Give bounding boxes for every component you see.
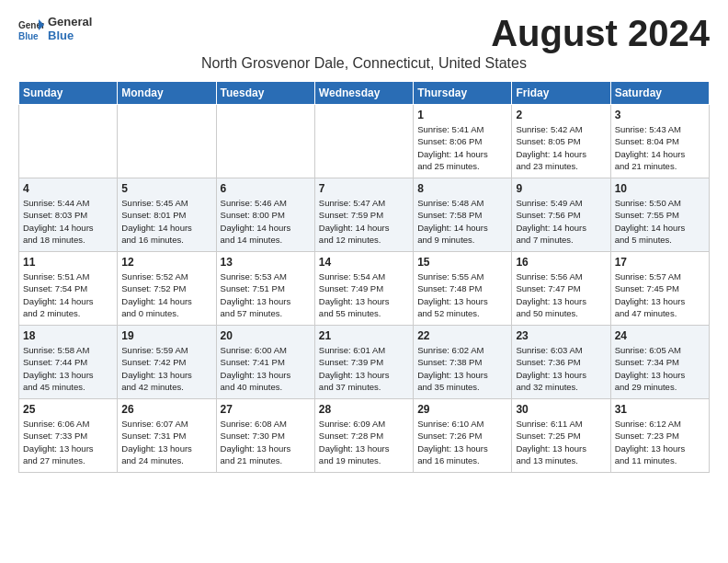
- day-number: 29: [417, 403, 507, 416]
- day-cell: 13Sunrise: 5:53 AM Sunset: 7:51 PM Dayli…: [216, 252, 314, 326]
- day-number: 24: [615, 329, 705, 342]
- logo-general-text: General: [48, 15, 92, 29]
- day-cell: 22Sunrise: 6:02 AM Sunset: 7:38 PM Dayli…: [414, 326, 512, 399]
- day-number: 20: [221, 329, 311, 342]
- location-title: North Grosvenor Dale, Connecticut, Unite…: [18, 55, 710, 72]
- day-cell: 10Sunrise: 5:50 AM Sunset: 7:55 PM Dayli…: [610, 178, 709, 252]
- day-cell: 25Sunrise: 6:06 AM Sunset: 7:33 PM Dayli…: [19, 399, 118, 473]
- day-number: 21: [319, 329, 409, 342]
- day-cell: 29Sunrise: 6:10 AM Sunset: 7:26 PM Dayli…: [414, 399, 512, 473]
- day-number: 15: [417, 256, 507, 269]
- day-cell: 8Sunrise: 5:48 AM Sunset: 7:58 PM Daylig…: [414, 178, 512, 252]
- day-cell: 11Sunrise: 5:51 AM Sunset: 7:54 PM Dayli…: [19, 252, 118, 326]
- day-number: 16: [516, 256, 606, 269]
- day-cell: 18Sunrise: 5:58 AM Sunset: 7:44 PM Dayli…: [19, 326, 118, 399]
- day-info: Sunrise: 5:52 AM Sunset: 7:52 PM Dayligh…: [121, 270, 211, 319]
- day-info: Sunrise: 5:51 AM Sunset: 7:54 PM Dayligh…: [23, 270, 113, 319]
- day-cell: [216, 105, 314, 178]
- day-cell: 19Sunrise: 5:59 AM Sunset: 7:42 PM Dayli…: [118, 326, 216, 399]
- day-cell: [314, 105, 413, 178]
- logo-icon: General Blue: [18, 16, 44, 41]
- header-cell-monday: Monday: [118, 82, 216, 105]
- day-cell: 12Sunrise: 5:52 AM Sunset: 7:52 PM Dayli…: [118, 252, 216, 326]
- header-cell-sunday: Sunday: [19, 82, 118, 105]
- week-row-3: 11Sunrise: 5:51 AM Sunset: 7:54 PM Dayli…: [19, 252, 710, 326]
- day-info: Sunrise: 5:54 AM Sunset: 7:49 PM Dayligh…: [319, 270, 409, 319]
- day-number: 5: [121, 182, 211, 195]
- day-info: Sunrise: 6:06 AM Sunset: 7:33 PM Dayligh…: [23, 418, 113, 466]
- day-number: 27: [221, 403, 311, 416]
- day-number: 7: [319, 182, 409, 195]
- logo: General Blue General Blue: [18, 15, 92, 42]
- day-info: Sunrise: 5:46 AM Sunset: 8:00 PM Dayligh…: [221, 197, 311, 246]
- day-info: Sunrise: 5:55 AM Sunset: 7:48 PM Dayligh…: [417, 270, 507, 319]
- calendar-table: SundayMondayTuesdayWednesdayThursdayFrid…: [18, 81, 710, 473]
- day-number: 18: [23, 329, 113, 342]
- header: General Blue General Blue August 2024: [18, 15, 710, 52]
- svg-text:Blue: Blue: [18, 31, 39, 41]
- day-cell: 7Sunrise: 5:47 AM Sunset: 7:59 PM Daylig…: [314, 178, 413, 252]
- day-info: Sunrise: 5:45 AM Sunset: 8:01 PM Dayligh…: [121, 197, 211, 246]
- day-info: Sunrise: 5:44 AM Sunset: 8:03 PM Dayligh…: [23, 197, 113, 246]
- day-info: Sunrise: 5:49 AM Sunset: 7:56 PM Dayligh…: [516, 197, 606, 246]
- day-number: 3: [615, 109, 705, 121]
- calendar-body: 1Sunrise: 5:41 AM Sunset: 8:06 PM Daylig…: [19, 105, 710, 473]
- week-row-4: 18Sunrise: 5:58 AM Sunset: 7:44 PM Dayli…: [19, 326, 710, 399]
- day-number: 11: [23, 256, 113, 269]
- day-number: 25: [23, 403, 113, 416]
- day-cell: 2Sunrise: 5:42 AM Sunset: 8:05 PM Daylig…: [512, 105, 610, 178]
- day-info: Sunrise: 6:01 AM Sunset: 7:39 PM Dayligh…: [319, 344, 409, 393]
- day-info: Sunrise: 6:12 AM Sunset: 7:23 PM Dayligh…: [615, 418, 705, 466]
- day-number: 17: [615, 256, 705, 269]
- day-cell: 4Sunrise: 5:44 AM Sunset: 8:03 PM Daylig…: [19, 178, 118, 252]
- day-number: 1: [417, 109, 507, 121]
- day-info: Sunrise: 6:10 AM Sunset: 7:26 PM Dayligh…: [417, 418, 507, 466]
- week-row-2: 4Sunrise: 5:44 AM Sunset: 8:03 PM Daylig…: [19, 178, 710, 252]
- day-info: Sunrise: 5:42 AM Sunset: 8:05 PM Dayligh…: [516, 123, 606, 172]
- day-cell: 6Sunrise: 5:46 AM Sunset: 8:00 PM Daylig…: [216, 178, 314, 252]
- day-info: Sunrise: 6:07 AM Sunset: 7:31 PM Dayligh…: [121, 418, 211, 466]
- day-number: 22: [417, 329, 507, 342]
- day-cell: 14Sunrise: 5:54 AM Sunset: 7:49 PM Dayli…: [314, 252, 413, 326]
- day-number: 14: [319, 256, 409, 269]
- day-info: Sunrise: 5:43 AM Sunset: 8:04 PM Dayligh…: [615, 123, 705, 172]
- day-info: Sunrise: 6:11 AM Sunset: 7:25 PM Dayligh…: [516, 418, 606, 466]
- day-info: Sunrise: 6:03 AM Sunset: 7:36 PM Dayligh…: [516, 344, 606, 393]
- month-year-title: August 2024: [491, 15, 710, 52]
- day-info: Sunrise: 5:47 AM Sunset: 7:59 PM Dayligh…: [319, 197, 409, 246]
- header-cell-friday: Friday: [512, 82, 610, 105]
- day-cell: 15Sunrise: 5:55 AM Sunset: 7:48 PM Dayli…: [414, 252, 512, 326]
- day-number: 31: [615, 403, 705, 416]
- day-cell: 3Sunrise: 5:43 AM Sunset: 8:04 PM Daylig…: [610, 105, 709, 178]
- logo-blue-text: Blue: [48, 29, 92, 42]
- day-info: Sunrise: 5:41 AM Sunset: 8:06 PM Dayligh…: [417, 123, 507, 172]
- day-info: Sunrise: 5:59 AM Sunset: 7:42 PM Dayligh…: [121, 344, 211, 393]
- day-cell: 23Sunrise: 6:03 AM Sunset: 7:36 PM Dayli…: [512, 326, 610, 399]
- day-number: 30: [516, 403, 606, 416]
- header-cell-saturday: Saturday: [610, 82, 709, 105]
- day-cell: 17Sunrise: 5:57 AM Sunset: 7:45 PM Dayli…: [610, 252, 709, 326]
- calendar-header-row: SundayMondayTuesdayWednesdayThursdayFrid…: [19, 82, 710, 105]
- day-info: Sunrise: 5:50 AM Sunset: 7:55 PM Dayligh…: [615, 197, 705, 246]
- day-cell: 26Sunrise: 6:07 AM Sunset: 7:31 PM Dayli…: [118, 399, 216, 473]
- header-cell-wednesday: Wednesday: [314, 82, 413, 105]
- day-number: 28: [319, 403, 409, 416]
- day-info: Sunrise: 5:57 AM Sunset: 7:45 PM Dayligh…: [615, 270, 705, 319]
- day-cell: 1Sunrise: 5:41 AM Sunset: 8:06 PM Daylig…: [414, 105, 512, 178]
- day-cell: 21Sunrise: 6:01 AM Sunset: 7:39 PM Dayli…: [314, 326, 413, 399]
- day-cell: [118, 105, 216, 178]
- day-cell: 27Sunrise: 6:08 AM Sunset: 7:30 PM Dayli…: [216, 399, 314, 473]
- day-cell: [19, 105, 118, 178]
- day-number: 13: [221, 256, 311, 269]
- day-cell: 9Sunrise: 5:49 AM Sunset: 7:56 PM Daylig…: [512, 178, 610, 252]
- day-info: Sunrise: 6:08 AM Sunset: 7:30 PM Dayligh…: [221, 418, 311, 466]
- day-cell: 30Sunrise: 6:11 AM Sunset: 7:25 PM Dayli…: [512, 399, 610, 473]
- day-info: Sunrise: 6:05 AM Sunset: 7:34 PM Dayligh…: [615, 344, 705, 393]
- week-row-5: 25Sunrise: 6:06 AM Sunset: 7:33 PM Dayli…: [19, 399, 710, 473]
- week-row-1: 1Sunrise: 5:41 AM Sunset: 8:06 PM Daylig…: [19, 105, 710, 178]
- day-number: 26: [121, 403, 211, 416]
- day-cell: 24Sunrise: 6:05 AM Sunset: 7:34 PM Dayli…: [610, 326, 709, 399]
- day-cell: 5Sunrise: 5:45 AM Sunset: 8:01 PM Daylig…: [118, 178, 216, 252]
- day-info: Sunrise: 5:58 AM Sunset: 7:44 PM Dayligh…: [23, 344, 113, 393]
- day-number: 23: [516, 329, 606, 342]
